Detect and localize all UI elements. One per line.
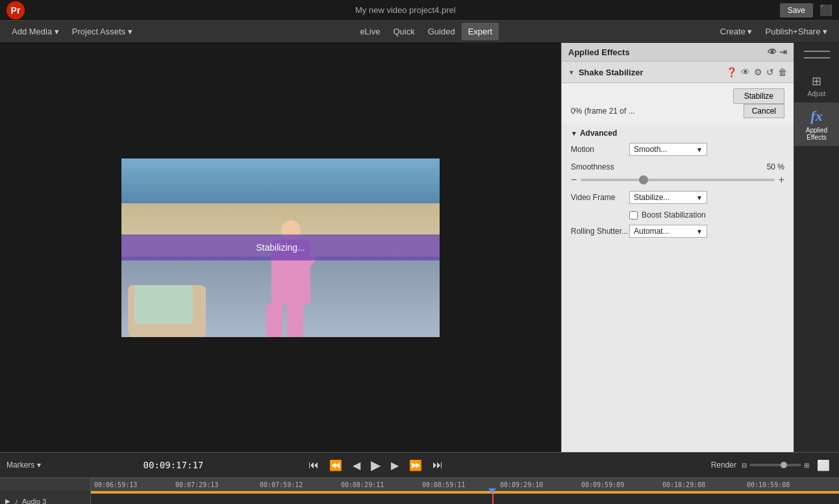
boost-label[interactable]: Boost Stabilization <box>642 210 706 220</box>
ruler-mark-3: 00:07:59:12 <box>260 481 303 488</box>
adjust-icon: ⊞ <box>812 74 821 88</box>
stabilizing-text: Stabilizing... <box>256 242 305 253</box>
ruler-mark-2: 00:07:29:13 <box>175 481 218 488</box>
video-frame-dropdown[interactable]: Stabilize... ▼ <box>629 191 707 204</box>
motion-value: Smooth... <box>634 145 667 154</box>
timeline-container: ▶ ♪ Audio 3 ▶ ▦ Video 2 ▶ ♪ Audio 2 ▼ ▦ … <box>0 478 839 504</box>
shake-stabilizer-row: ▼ Shake Stabilizer ❓ 👁 ⚙ ↺ 🗑 <box>562 62 794 83</box>
rolling-shutter-control: Automat... ▼ <box>629 225 784 238</box>
timecode-display: 00:09:17:17 <box>46 460 301 470</box>
ruler-mark-5: 00:08:59:11 <box>422 481 465 488</box>
settings-icon[interactable]: ⚙ <box>754 67 762 77</box>
smoothness-label: Smoothness <box>571 162 614 171</box>
delete-icon[interactable]: 🗑 <box>778 67 787 77</box>
rolling-shutter-value: Automat... <box>634 227 670 236</box>
preview-video: Stabilizing... <box>121 158 440 337</box>
quick-tab[interactable]: Quick <box>386 23 421 40</box>
applied-effects-panel-label: Applied Effects <box>806 127 827 141</box>
panel-icons: 👁 ⇥ <box>768 47 787 57</box>
fx-icon: fx <box>810 108 822 125</box>
top-bar: Pr My new video project4.prel Save ⬛ <box>0 0 839 21</box>
step-back-button[interactable]: ◀ <box>350 458 363 473</box>
motion-row: Motion Smooth... ▼ <box>571 143 784 156</box>
go-to-end-button[interactable]: ⏭ <box>430 458 445 472</box>
applied-effects-title: Applied Effects <box>568 47 630 57</box>
ruler-mark-9: 00:10:59:08 <box>747 481 790 488</box>
cancel-button[interactable]: Cancel <box>744 104 784 118</box>
publish-share-menu[interactable]: Publish+Share ▾ <box>758 23 834 40</box>
fullscreen-button[interactable]: ⬜ <box>814 458 833 473</box>
step-forward-button[interactable]: ▶ <box>388 458 401 473</box>
boost-row: Boost Stabilization <box>571 210 784 220</box>
applied-effects-header: Applied Effects 👁 ⇥ <box>562 43 794 62</box>
smoothness-label-row: Smoothness 50 % <box>571 162 784 171</box>
project-assets-menu[interactable]: Project Assets ▾ <box>66 23 139 40</box>
rolling-shutter-dropdown[interactable]: Automat... ▼ <box>629 225 707 238</box>
progress-text: 0% (frame 21 of ... <box>571 107 635 116</box>
go-to-start-button[interactable]: ⏮ <box>306 458 321 472</box>
shake-collapse-arrow[interactable]: ▼ <box>568 69 575 76</box>
video-frame-control: Stabilize... ▼ <box>629 191 784 204</box>
playhead[interactable] <box>492 494 494 504</box>
zoom-out-icon[interactable]: ⊟ <box>742 462 747 469</box>
help-icon[interactable]: ❓ <box>726 67 737 77</box>
adjust-panel-item[interactable]: ⊞ Adjust <box>805 69 829 103</box>
zoom-slider: ⊟ ⊞ <box>742 462 809 469</box>
smoothness-track[interactable] <box>581 179 774 181</box>
video-frame-label: Video Frame <box>571 193 629 202</box>
markers-label[interactable]: Markers ▾ <box>6 460 41 470</box>
motion-dropdown[interactable]: Smooth... ▼ <box>629 143 707 156</box>
smoothness-value: 50 % <box>767 162 784 171</box>
main-area: Stabilizing... Applied Effects 👁 ⇥ ▼ Sha… <box>0 43 839 452</box>
stabilize-button[interactable]: Stabilize <box>733 88 784 104</box>
stabilize-section: Stabilize 0% (frame 21 of ... Cancel <box>562 83 794 123</box>
track-labels: ▶ ♪ Audio 3 ▶ ▦ Video 2 ▶ ♪ Audio 2 ▼ ▦ … <box>0 478 91 504</box>
save-button[interactable]: Save <box>780 3 813 18</box>
transport-bar: Markers ▾ 00:09:17:17 ⏮ ⏪ ◀ ▶ ▶ ⏩ ⏭ Rend… <box>0 452 839 478</box>
smoothness-plus[interactable]: + <box>779 174 784 186</box>
add-media-menu[interactable]: Add Media ▾ <box>5 23 66 40</box>
stabilizing-overlay: Stabilizing... <box>121 234 440 260</box>
video-frame-row: Video Frame Stabilize... ▼ <box>571 191 784 204</box>
right-panel: ⊞ Adjust fx Applied Effects <box>794 43 839 452</box>
advanced-arrow: ▼ <box>571 130 577 137</box>
panel-eye-icon[interactable]: 👁 <box>768 47 777 57</box>
audio3-icon: ♪ <box>14 497 18 505</box>
audio3-expand[interactable]: ▶ <box>5 498 10 504</box>
next-frame-button[interactable]: ⏩ <box>407 458 425 473</box>
applied-effects-panel-item[interactable]: fx Applied Effects <box>794 103 839 146</box>
smoothness-thumb[interactable] <box>639 175 648 184</box>
smoothness-minus[interactable]: − <box>571 174 577 186</box>
timeline-ruler: 00:06:59:13 00:07:29:13 00:07:59:12 00:0… <box>91 478 839 491</box>
progress-row: 0% (frame 21 of ... Cancel <box>571 104 784 118</box>
screen-icon: ⬛ <box>820 4 833 16</box>
rolling-shutter-arrow: ▼ <box>696 228 703 235</box>
audio3-name: Audio 3 <box>22 498 46 505</box>
zoom-in-icon[interactable]: ⊞ <box>804 462 809 469</box>
expert-tab[interactable]: Expert <box>462 23 499 40</box>
applied-effects-panel: Applied Effects 👁 ⇥ ▼ Shake Stabilizer ❓… <box>561 43 794 452</box>
audio3-track-label: ▶ ♪ Audio 3 <box>0 491 90 504</box>
elive-tab[interactable]: eLive <box>353 23 386 40</box>
previous-frame-button[interactable]: ⏪ <box>327 458 345 473</box>
playhead-marker <box>488 488 496 494</box>
panel-expand-icon[interactable]: ⇥ <box>779 47 787 57</box>
app-logo: Pr <box>6 1 25 19</box>
reset-icon[interactable]: ↺ <box>766 67 774 77</box>
video-frame-value: Stabilize... <box>634 193 670 202</box>
create-menu[interactable]: Create ▾ <box>714 23 759 40</box>
advanced-header[interactable]: ▼ Advanced <box>571 129 784 138</box>
boost-checkbox[interactable] <box>629 211 638 220</box>
zoom-thumb[interactable] <box>781 462 787 468</box>
preview-area: Stabilizing... <box>0 43 561 452</box>
shake-stabilizer-label: Shake Stabilizer <box>579 68 722 77</box>
play-button[interactable]: ▶ <box>368 456 383 474</box>
visibility-icon[interactable]: 👁 <box>741 67 750 77</box>
zoom-track[interactable] <box>749 464 801 466</box>
ruler-mark-4: 00:08:29:11 <box>341 481 384 488</box>
ruler-mark-6: 00:09:29:10 <box>500 481 543 488</box>
guided-tab[interactable]: Guided <box>421 23 462 40</box>
motion-control: Smooth... ▼ <box>629 143 784 156</box>
render-button[interactable]: Render <box>711 460 736 470</box>
ruler-mark-7: 00:09:59:09 <box>581 481 624 488</box>
